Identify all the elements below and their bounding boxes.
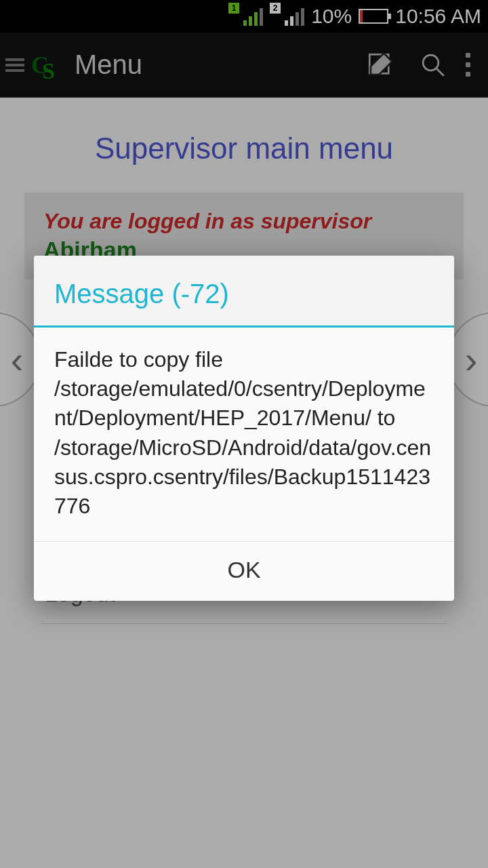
dialog-actions: OK [34,541,454,601]
dialog-body: Failde to copy file /storage/emulated/0/… [34,328,454,541]
message-dialog: Message (-72) Failde to copy file /stora… [34,256,454,601]
ok-button[interactable]: OK [34,542,454,601]
dialog-title: Message (-72) [34,256,454,326]
